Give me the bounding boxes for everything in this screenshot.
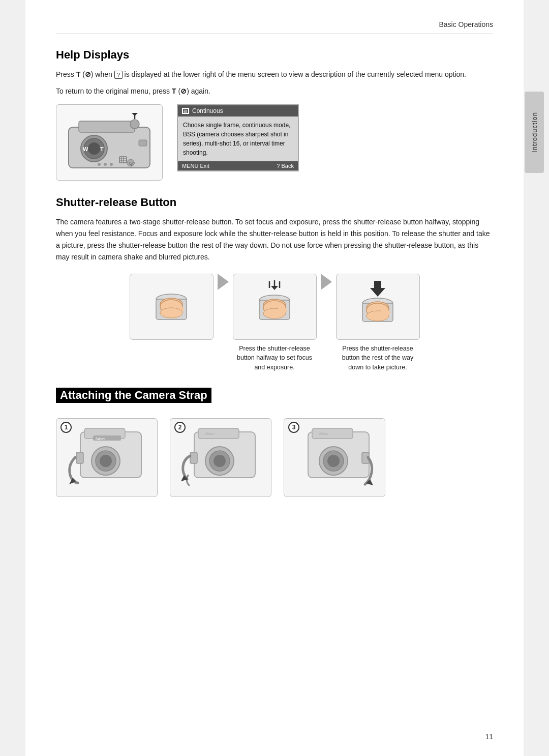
menu-screenshot-header: ▤ Continuous [178, 105, 298, 117]
camera-top-svg: W T [64, 112, 155, 173]
attach-step1-image: 1 Nikon [56, 418, 158, 497]
svg-point-36 [277, 307, 287, 313]
shutter-step2-image [233, 274, 317, 340]
page-number: 11 [485, 733, 493, 741]
menu-screenshot-footer: MENU Exit ? Back [178, 161, 298, 170]
attach-step1-num: 1 [60, 422, 72, 433]
shutter-arrow1 [218, 274, 229, 321]
shutter-step1-image [130, 274, 214, 340]
svg-marker-30 [271, 286, 278, 290]
camera-top-illustration: W T [56, 104, 163, 181]
shutter-arrow2 [321, 274, 332, 321]
page: Introduction Basic Operations Help Displ… [25, 0, 524, 756]
svg-point-58 [214, 455, 226, 467]
svg-rect-1 [79, 121, 135, 132]
svg-point-7 [130, 120, 139, 129]
svg-point-13 [110, 163, 113, 166]
shutter-step1-svg [138, 279, 204, 335]
shutter-release-body: The camera features a two-stage shutter-… [56, 216, 493, 263]
header-section-label: Basic Operations [439, 20, 493, 28]
arrow-right-icon [218, 274, 229, 290]
attach-strap-title: Attaching the Camera Strap [56, 388, 211, 403]
attach-step2-svg: Nikon [179, 424, 263, 490]
svg-text:W: W [83, 146, 88, 152]
shutter-images-row: Press the shutter-release button halfway… [56, 274, 493, 372]
help-content-row: W T [56, 104, 493, 181]
shutter-step3-caption: Press the shutter-release button the res… [337, 344, 418, 372]
svg-rect-61 [312, 428, 353, 439]
svg-text:T: T [100, 146, 104, 152]
shutter-step2-svg [241, 279, 308, 335]
svg-point-12 [104, 163, 107, 166]
svg-point-65 [327, 455, 340, 467]
help-displays-section: Help Displays Press T (⊘) when ? is disp… [56, 48, 493, 181]
arrow-right-icon2 [321, 274, 332, 290]
svg-text:Q?: Q? [129, 161, 135, 166]
menu-screenshot: ▤ Continuous Choose single frame, contin… [177, 104, 299, 171]
svg-marker-38 [370, 288, 385, 297]
svg-point-26 [160, 308, 182, 318]
shutter-release-title: Shutter-release Button [56, 196, 493, 209]
attach-step1-svg: Nikon [65, 424, 149, 490]
svg-point-51 [100, 455, 112, 467]
menu-footer-left: MENU Exit [182, 163, 209, 169]
svg-rect-10 [139, 140, 147, 146]
menu-screenshot-body: Choose single frame, continuous mode, BS… [178, 117, 298, 161]
svg-point-11 [98, 163, 101, 166]
svg-point-44 [380, 310, 390, 316]
help-displays-title: Help Displays [56, 48, 493, 62]
attach-step3-num: 3 [288, 422, 299, 433]
attach-step3-image: 3 Nikon [284, 418, 385, 497]
section-tab-label: Introduction [531, 112, 538, 153]
help-displays-para1: Press T (⊘) when ? is displayed at the l… [56, 69, 493, 80]
section-tab: Introduction [525, 92, 544, 173]
attach-step2-image: 2 Nikon [170, 418, 271, 497]
svg-text:Nikon: Nikon [96, 437, 105, 441]
svg-text:Nikon: Nikon [205, 432, 215, 435]
attach-step3-svg: Nikon [293, 424, 377, 490]
menu-icon: ▤ [182, 108, 189, 114]
help-displays-para2: To return to the original menu, press T … [56, 85, 493, 97]
svg-rect-54 [198, 428, 239, 439]
attach-strap-section: Attaching the Camera Strap 1 Nikon [56, 388, 493, 497]
menu-header-label: Continuous [192, 107, 223, 114]
shutter-step1-block [130, 274, 214, 340]
svg-rect-52 [76, 452, 83, 463]
shutter-step3-svg [345, 279, 411, 335]
svg-text:Nikon: Nikon [319, 432, 328, 435]
page-header: Basic Operations [56, 20, 493, 34]
svg-rect-59 [190, 452, 197, 463]
shutter-step3-image [336, 274, 420, 340]
attach-step2-num: 2 [174, 422, 186, 433]
svg-point-4 [88, 142, 100, 155]
menu-footer-right: ? Back [277, 163, 294, 169]
shutter-step3-block: Press the shutter-release button the res… [336, 274, 420, 372]
shutter-release-section: Shutter-release Button The camera featur… [56, 196, 493, 372]
shutter-step2-block: Press the shutter-release button halfway… [233, 274, 317, 372]
attach-images-row: 1 Nikon [56, 418, 493, 497]
shutter-step2-caption: Press the shutter-release button halfway… [234, 344, 315, 372]
